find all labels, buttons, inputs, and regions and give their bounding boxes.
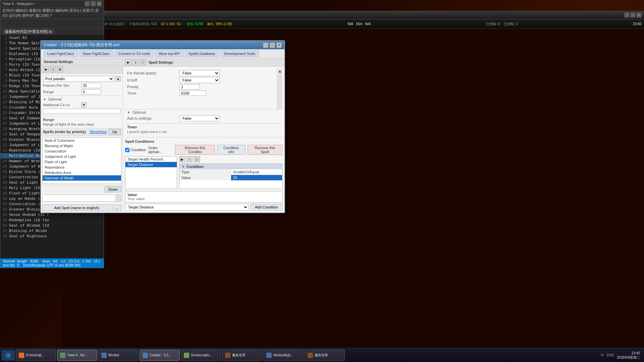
taskbar-app-icon [60,353,65,358]
convert-csharp-btn[interactable]: Convert to C# code [115,50,154,57]
taskbar-app[interactable]: D:\tools\超... [16,350,56,361]
additional-label: Additional C# co [43,103,80,107]
creator-body: General Settings ▶ 1 ⊞ Prot paladin ▲ [41,58,284,213]
fight-class-name-input[interactable]: Prot paladin [43,76,114,82]
spell-list-item[interactable]: Seal of Command [43,138,121,143]
left-panel: General Settings ▶ 1 ⊞ Prot paladin ▲ [41,58,123,213]
notepad-toolbar [0,19,104,28]
condition-info-btn[interactable]: Condition info [217,145,246,155]
spell-list-item[interactable]: Judgement of Light [43,154,121,159]
spell-list-item[interactable]: Repentance [43,165,121,170]
fight-class-scroll-up[interactable]: ▲ [115,76,121,81]
remove-spell-btn[interactable]: Remove this Spell [248,145,282,155]
condition-type-row: Type SmallerOrEqual [179,169,282,175]
condition-type-value[interactable]: SmallerOrEqual [231,169,282,175]
creator-maximize[interactable]: □ [270,43,275,48]
add-to-settings-select[interactable]: False [179,115,220,121]
taskbar-app[interactable]: Wrobot免疫... [263,350,304,361]
condition-checkbox[interactable] [125,148,129,152]
wow-maximize[interactable]: □ [631,13,635,17]
gen-tool-1[interactable]: ▶ [43,66,49,72]
add-spell-btn[interactable]: Add Spell (name in english) [42,204,111,211]
gen-tool-2[interactable]: 1 [50,66,56,72]
start-button[interactable]: ⊞ [1,350,15,361]
dots-btn[interactable]: ... [112,204,121,211]
fps-input[interactable] [81,83,101,88]
creator-minimize[interactable]: ─ [263,43,268,48]
cond-detail-btn-2[interactable]: ↑ [186,156,193,162]
condition-value-value[interactable]: 29 [231,175,282,180]
spell-list-item[interactable]: Blessing of Might [43,143,121,148]
range-description: Range of fight of the wow class [43,122,121,126]
condition-checkbox-label[interactable]: Condition [125,148,146,152]
wowhead-link[interactable]: WowHead [90,130,107,134]
timer-input[interactable] [179,90,206,96]
cond-detail-btn-1[interactable]: ▶ [179,156,185,162]
conditions-section: Spell Conditions Condition Order alphab.… [123,137,284,213]
taskbar-app-icon [143,353,148,358]
taskbar-app-icon [225,353,230,358]
is-buff-label: Is buff [127,78,177,82]
spells-header-row: Spells (order by priority) WowHead Up [41,128,123,136]
additional-input[interactable] [43,109,121,114]
taskbar-app[interactable]: Creator - 3.3... [140,350,180,361]
wow-titlebar: ⚜ 魔兽世界 ─ □ ✕ [62,11,644,19]
taskbar-app[interactable]: Wrobot [98,350,139,361]
notepad-statusbar: Normal text file length : 8180 lines : 6… [0,258,104,268]
spell-list-item[interactable]: Consecration [43,148,121,154]
notepad-title: *new 4 - Notepad++ [2,2,35,6]
range-input[interactable] [81,89,101,95]
taskbar-app-icon [19,353,24,358]
condition-list-item[interactable]: Target Distance [125,162,177,167]
spell-up-btn[interactable]: Up [109,129,121,135]
taskbar-app[interactable]: *new 4 - No... [57,350,97,361]
creator-title: Creator - 3.3.5惩戒骑(60-70)-测试专用.xml [44,42,119,48]
notepad-minimize[interactable]: ─ [85,1,90,6]
fps-label: Frames Per Sec [43,83,80,87]
spell-list-item[interactable]: Retribution Aura [43,170,121,175]
is-buff-select[interactable]: False [179,77,220,83]
spells-database-btn[interactable]: Spells Database [185,50,219,57]
general-settings-header: General Settings [41,58,123,65]
dev-tools-btn[interactable]: Development Tools [220,50,259,57]
spell-list-item[interactable]: Flash of Light [43,159,121,165]
ss-tool-2[interactable]: 1 [132,59,139,65]
taskbar-app-label: Creator - 3.3... [150,353,171,357]
notepad-maximize[interactable]: □ [91,1,96,6]
condition-type-select[interactable]: Target Distance [125,204,249,210]
spell-search-input[interactable] [42,194,115,202]
taskbar-app[interactable]: 魔兽世界 [222,350,262,361]
taskbar-app-icon [266,353,272,358]
taskbar-app-icon [101,353,107,358]
cond-detail-btn-3[interactable]: □ [194,156,200,162]
condition-detail: ▶ ↑ □ ▼ Condition Type SmallerOrEqual [179,156,282,189]
wow-lua-api-btn[interactable]: Wow lua API [155,50,183,57]
ss-tool-3[interactable]: □ [140,59,146,65]
wow-close[interactable]: ✕ [637,13,641,17]
spell-down-btn[interactable]: Down [105,186,121,192]
gen-tool-3[interactable]: ⊞ [57,66,63,72]
taskbar-app[interactable]: 魔兽世界 [305,350,345,361]
save-fightclass-btn[interactable]: Save FightClass [79,50,113,57]
priority-input[interactable] [179,84,200,89]
taskbar-app-icon [184,353,189,358]
taskbar-app[interactable]: Screencaptu... [181,350,221,361]
notepad-close[interactable]: ✕ [97,1,102,6]
remove-condition-btn[interactable]: Remove this Conditio [175,145,215,155]
add-condition-btn[interactable]: Add Condition [251,204,282,210]
creator-close[interactable]: ✕ [276,43,282,48]
timer-section-label: Timer [127,125,280,129]
spell-list-item[interactable]: Hammer of Wrath [43,175,121,181]
friends-select[interactable]: False [179,70,220,76]
condition-list-item[interactable]: Target Health Percent [125,157,177,162]
general-settings-form: Prot paladin ▲ Frames Per Sec Range [41,74,123,116]
range-label: Range [43,90,80,94]
load-fightclass-btn[interactable]: Load FightClass [44,50,78,57]
wow-minimize[interactable]: ─ [625,13,629,17]
ss-tool-1[interactable]: ▶ [125,59,131,65]
taskbar-right: 中 ENG 23:40 2018/5/8星期二 [601,351,643,360]
conditions-toolbar: Condition Order alphab... Remove this Co… [125,145,282,155]
additional-scroll[interactable]: ▼ [81,102,87,108]
ss-scroll-up[interactable]: ▲ [278,69,282,73]
spell-scroll[interactable] [117,194,121,202]
